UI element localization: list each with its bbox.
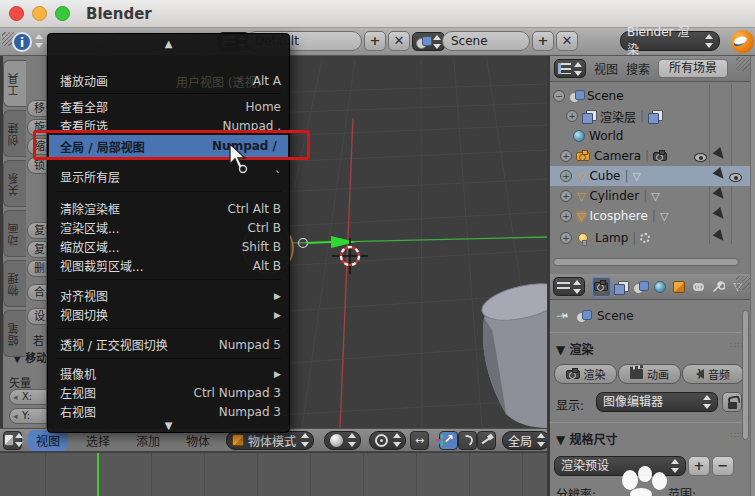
menu-scroll-down-icon[interactable]: ▼: [48, 420, 289, 431]
blender-window: Blender i 文件 渲染 窗口 帮助 Default + ✕ Scene …: [0, 0, 755, 496]
animation-button[interactable]: 动画: [618, 364, 681, 384]
breadcrumb-label[interactable]: Scene: [597, 309, 634, 323]
properties-vertical-scrollbar[interactable]: [742, 310, 749, 440]
orientation-value: 全局: [508, 432, 532, 449]
shelf-button-set-origin[interactable]: 设置: [27, 308, 47, 325]
shelf-tab-physics[interactable]: 物理: [3, 260, 26, 307]
collapse-icon[interactable]: −: [553, 90, 565, 102]
pivot-point-dropdown[interactable]: [369, 431, 406, 450]
info-editor-icon[interactable]: i: [12, 32, 32, 52]
viewport-editor-spinner: [14, 431, 21, 449]
render-engine-dropdown[interactable]: Blender 渲染: [620, 31, 720, 51]
shelf-button-delete[interactable]: 删除: [27, 260, 47, 277]
tab-constraints[interactable]: [690, 277, 709, 297]
outliner-filter-dropdown[interactable]: 所有场景: [658, 59, 728, 78]
hide-toggle-eye-icon[interactable]: [729, 173, 742, 182]
expand-icon[interactable]: +: [560, 150, 572, 162]
shelf-tab-tools[interactable]: 工具: [3, 60, 26, 107]
properties-corner-grip[interactable]: [736, 276, 750, 290]
scene-name-field[interactable]: Scene: [442, 31, 530, 51]
menu-item-camera[interactable]: 摄像机▶: [60, 364, 281, 383]
menu-item-play-animation[interactable]: 播放动画Alt A: [60, 71, 281, 90]
expand-icon[interactable]: +: [560, 190, 572, 202]
render-presets-dropdown[interactable]: 渲染预设: [554, 456, 686, 476]
lamp-data-icon: [640, 233, 650, 243]
outliner-row-renderlayers[interactable]: + 渲染层 |: [550, 106, 750, 126]
add-scene-button[interactable]: +: [532, 31, 554, 51]
editor-type-spinner[interactable]: [34, 32, 43, 50]
scene-tab-icon: [633, 281, 647, 293]
expand-icon[interactable]: +: [566, 110, 578, 122]
shelf-tab-grease-pencil[interactable]: 蜡笔: [3, 310, 26, 357]
expand-icon[interactable]: +: [560, 210, 572, 222]
timeline-playhead[interactable]: [97, 453, 99, 496]
menu-item-view-all[interactable]: 查看全部Home: [60, 97, 281, 116]
speaker-icon: [696, 369, 704, 379]
menu-item-left-view[interactable]: 左视图Ctrl Numpad 3: [60, 383, 281, 402]
tab-scene[interactable]: [631, 277, 650, 297]
shelf-button-translate[interactable]: 移动: [27, 100, 47, 117]
outliner-menu-view[interactable]: 视图: [594, 60, 618, 77]
outliner-row-world[interactable]: World: [550, 126, 750, 146]
menu-scroll-up-icon[interactable]: ▲: [48, 38, 289, 49]
close-scene-button[interactable]: ✕: [556, 31, 578, 51]
mode-dropdown[interactable]: 物体模式: [226, 431, 314, 450]
tab-world[interactable]: [651, 277, 670, 297]
render-layers-icon: [582, 110, 596, 122]
mesh-object-icon: ▽: [577, 190, 585, 203]
menu-item-navigation[interactable]: 视图切换▶: [60, 305, 281, 324]
viewport-editor-type-button[interactable]: [3, 431, 22, 450]
add-preset-button[interactable]: +: [688, 456, 710, 476]
menu-item-clear-render-border[interactable]: 清除渲染框Ctrl Alt B: [60, 199, 281, 218]
render-button[interactable]: 渲染: [554, 364, 617, 384]
tab-object[interactable]: [670, 277, 689, 297]
dimensions-panel-header[interactable]: ▼ 规格尺寸 ∷∷: [556, 430, 744, 447]
pivot-align-toggle[interactable]: ↔: [410, 431, 429, 450]
operator-x-slider[interactable]: X:: [9, 389, 47, 405]
close-layout-button[interactable]: ✕: [388, 31, 410, 51]
menu-item-zoom-border[interactable]: 缩放区域...Shift B: [60, 237, 281, 256]
outliner-row-scene[interactable]: − Scene: [550, 86, 750, 106]
maximize-window-button[interactable]: [55, 6, 70, 21]
display-label: 显示:: [556, 396, 584, 413]
audio-button[interactable]: 音频: [682, 364, 744, 384]
render-panel-header[interactable]: ▼ 渲染 ∷∷: [556, 340, 744, 357]
shelf-button-join[interactable]: 合并: [27, 284, 47, 301]
close-window-button[interactable]: [9, 6, 24, 21]
viewport-shading-dropdown[interactable]: [324, 431, 361, 450]
shelf-button-duplicate[interactable]: 复制: [27, 222, 47, 239]
timeline[interactable]: [0, 452, 547, 496]
transform-orientation-dropdown[interactable]: 全局: [502, 431, 550, 450]
tab-render-layers[interactable]: [612, 277, 631, 297]
manipulator-scale-button[interactable]: [477, 431, 496, 450]
lock-interface-button[interactable]: [722, 392, 742, 412]
expand-icon[interactable]: +: [560, 232, 572, 244]
outliner-corner-grip[interactable]: [736, 57, 750, 71]
minimize-window-button[interactable]: [32, 6, 47, 21]
hide-toggle-eye-icon[interactable]: [694, 153, 707, 162]
add-layout-button[interactable]: +: [364, 31, 386, 51]
pin-icon[interactable]: 📌︎: [553, 306, 573, 326]
scene-selector-icon-button[interactable]: [412, 32, 445, 51]
operator-y-slider[interactable]: Y:: [9, 408, 47, 424]
display-dropdown[interactable]: 图像编辑器: [596, 392, 718, 412]
shelf-tab-relations[interactable]: 关系: [3, 160, 26, 207]
outliner-menu-search[interactable]: 搜索: [626, 60, 650, 77]
shelf-tab-create[interactable]: 创建: [3, 110, 26, 157]
menu-item-persp-ortho[interactable]: 透视 / 正交视图切换Numpad 5: [60, 335, 281, 354]
menu-item-align-view[interactable]: 对齐视图▶: [60, 286, 281, 305]
shelf-button-duplicate-linked[interactable]: 复制: [27, 241, 47, 258]
outliner-editor-type-button[interactable]: [554, 59, 586, 78]
render-button-camera-icon: [566, 370, 580, 379]
properties-editor-type-button[interactable]: [553, 277, 585, 296]
outliner-horizontal-scrollbar[interactable]: [553, 258, 739, 266]
menu-item-render-border[interactable]: 渲染区域...Ctrl B: [60, 218, 281, 237]
menu-item-right-view[interactable]: 右视图Numpad 3: [60, 402, 281, 421]
manipulator-rotate-button[interactable]: [458, 431, 477, 450]
tab-modifiers[interactable]: [709, 277, 728, 297]
remove-preset-button[interactable]: −: [712, 456, 734, 476]
expand-icon[interactable]: +: [560, 170, 572, 182]
menu-item-clipping-border[interactable]: 视图裁剪区域...Alt B: [60, 256, 281, 275]
tab-render[interactable]: [592, 277, 611, 297]
shelf-tab-animation[interactable]: 动画: [3, 210, 26, 257]
